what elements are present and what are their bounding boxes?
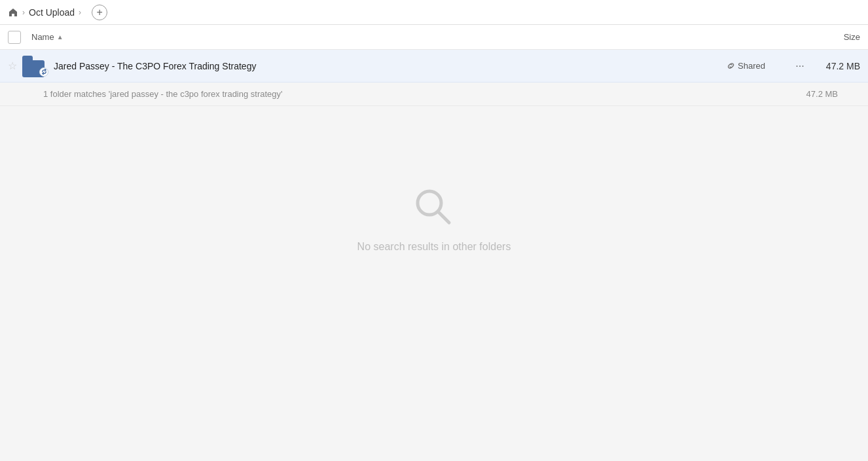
select-all-checkbox[interactable] <box>8 31 21 44</box>
shared-folder-overlay <box>39 67 48 77</box>
sort-arrow-icon: ▲ <box>57 33 63 41</box>
breadcrumb-oct-upload[interactable]: Oct Upload <box>29 7 75 18</box>
summary-size: 47.2 MB <box>806 89 838 99</box>
shared-badge: Shared <box>727 61 786 71</box>
name-column-header[interactable]: Name ▲ <box>31 32 808 42</box>
size-column-header: Size <box>808 32 860 42</box>
svg-line-1 <box>438 212 449 223</box>
more-options-button[interactable]: ··· <box>791 57 809 75</box>
breadcrumb-chevron-1: › <box>22 8 25 17</box>
add-button[interactable]: + <box>92 5 107 20</box>
link-icon <box>727 62 735 70</box>
column-headers: Name ▲ Size <box>0 25 868 50</box>
file-row[interactable]: ☆ Jared Passey - The C3PO Forex Trading … <box>0 50 868 83</box>
breadcrumb-bar: › Oct Upload › + <box>0 0 868 25</box>
summary-row: 1 folder matches 'jared passey - the c3p… <box>0 83 868 106</box>
summary-text: 1 folder matches 'jared passey - the c3p… <box>43 89 283 99</box>
folder-icon <box>22 55 47 77</box>
shared-label: Shared <box>738 61 765 71</box>
file-size: 47.2 MB <box>814 61 860 71</box>
empty-state: No search results in other folders <box>0 106 868 292</box>
breadcrumb-chevron-2: › <box>79 8 81 17</box>
home-icon[interactable] <box>8 7 18 18</box>
no-results-search-icon <box>411 185 457 230</box>
star-icon[interactable]: ☆ <box>8 60 17 72</box>
file-name: Jared Passey - The C3PO Forex Trading St… <box>54 61 727 71</box>
no-results-text: No search results in other folders <box>357 241 511 253</box>
